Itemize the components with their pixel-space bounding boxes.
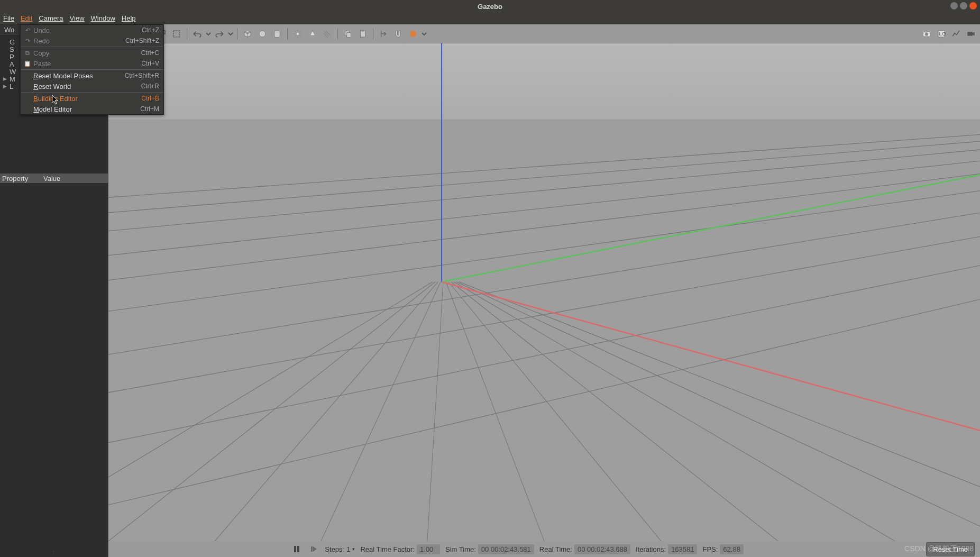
insert-dropdown[interactable] bbox=[421, 27, 427, 41]
value-column: Value bbox=[43, 175, 60, 182]
record-button[interactable] bbox=[964, 27, 978, 41]
iterations-value: 163581 bbox=[668, 544, 697, 554]
menu-edit[interactable]: Edit bbox=[21, 14, 32, 22]
svg-text:LOG: LOG bbox=[939, 31, 947, 36]
svg-rect-21 bbox=[347, 32, 351, 37]
menu-bar: File Edit Camera View Window Help bbox=[0, 13, 980, 24]
cylinder-tool[interactable] bbox=[270, 27, 284, 41]
point-light-tool[interactable] bbox=[291, 27, 305, 41]
svg-rect-32 bbox=[967, 32, 973, 36]
svg-rect-29 bbox=[925, 31, 927, 32]
menu-view[interactable]: View bbox=[70, 14, 85, 22]
svg-line-12 bbox=[295, 31, 296, 32]
panel-grip[interactable]: ⋮ bbox=[0, 547, 108, 557]
window-controls bbox=[950, 2, 977, 10]
svg-rect-56 bbox=[294, 546, 296, 552]
insert-tool[interactable] bbox=[406, 27, 420, 41]
svg-line-13 bbox=[299, 35, 300, 36]
redo-icon: ↷ bbox=[23, 38, 32, 44]
maximize-button[interactable] bbox=[960, 2, 967, 10]
svg-rect-22 bbox=[361, 31, 365, 37]
copy-button[interactable] bbox=[341, 27, 355, 41]
redo-dropdown[interactable] bbox=[227, 27, 234, 41]
minimize-button[interactable] bbox=[950, 2, 958, 10]
snap-tool[interactable] bbox=[377, 27, 390, 41]
menu-reset-world[interactable]: Reset World Ctrl+R bbox=[21, 81, 163, 92]
real-time-value: 00 00:02:43.688 bbox=[574, 544, 630, 554]
iterations-label: Iterations: bbox=[636, 545, 666, 553]
property-column: Property bbox=[2, 175, 43, 182]
copy-icon: ⧉ bbox=[23, 50, 32, 57]
menu-file[interactable]: File bbox=[3, 14, 14, 22]
menu-separator bbox=[21, 47, 163, 47]
menu-window[interactable]: Window bbox=[91, 14, 115, 22]
property-header: Property Value bbox=[0, 174, 108, 183]
menu-building-editor[interactable]: Building Editor Ctrl+B bbox=[21, 93, 163, 104]
sphere-tool[interactable] bbox=[255, 27, 269, 41]
screenshot-button[interactable] bbox=[920, 27, 933, 41]
menu-redo: ↷ Redo Ctrl+Shift+Z bbox=[21, 35, 163, 46]
main-toolbar: LOG bbox=[108, 24, 980, 43]
svg-rect-57 bbox=[297, 546, 299, 552]
menu-model-editor[interactable]: Model Editor Ctrl+M bbox=[21, 104, 163, 114]
menu-undo: ↶ Undo Ctrl+Z bbox=[21, 25, 163, 35]
spot-light-tool[interactable] bbox=[306, 27, 319, 41]
rtf-label: Real Time Factor: bbox=[360, 545, 415, 553]
3d-viewport[interactable] bbox=[108, 43, 980, 541]
svg-point-28 bbox=[925, 32, 928, 35]
real-time-label: Real Time: bbox=[539, 545, 572, 553]
undo-button[interactable] bbox=[190, 27, 204, 41]
close-button[interactable] bbox=[969, 2, 977, 10]
svg-point-16 bbox=[312, 30, 314, 31]
undo-icon: ↶ bbox=[23, 27, 32, 34]
undo-dropdown[interactable] bbox=[205, 27, 212, 41]
menu-help[interactable]: Help bbox=[122, 14, 136, 22]
box-tool[interactable] bbox=[241, 27, 254, 41]
svg-point-5 bbox=[259, 31, 265, 37]
log-button[interactable]: LOG bbox=[935, 27, 948, 41]
redo-button[interactable] bbox=[213, 27, 226, 41]
svg-rect-33 bbox=[108, 43, 980, 120]
magnet-tool[interactable] bbox=[391, 27, 405, 41]
menu-separator bbox=[21, 69, 163, 70]
sim-time-value: 00 00:02:43.581 bbox=[478, 544, 534, 554]
menu-copy: ⧉ Copy Ctrl+C bbox=[21, 48, 163, 58]
steps-label: Steps: bbox=[325, 545, 344, 553]
svg-point-7 bbox=[297, 32, 299, 35]
step-button[interactable] bbox=[308, 543, 319, 555]
tab-world[interactable]: Wo bbox=[4, 26, 14, 34]
fps-value: 62.88 bbox=[720, 544, 744, 554]
fps-label: FPS: bbox=[702, 545, 718, 553]
menu-reset-model-poses[interactable]: Reset Model Poses Ctrl+Shift+R bbox=[21, 70, 163, 81]
svg-line-19 bbox=[324, 33, 328, 38]
status-bar: Steps: 1▾ Real Time Factor: 1.00 Sim Tim… bbox=[108, 541, 980, 557]
svg-line-14 bbox=[295, 35, 296, 36]
edit-dropdown: ↶ Undo Ctrl+Z ↷ Redo Ctrl+Shift+Z ⧉ Copy… bbox=[20, 24, 164, 115]
steps-value[interactable]: 1 bbox=[346, 545, 350, 553]
window-title: Gazebo bbox=[478, 3, 502, 11]
directional-light-tool[interactable] bbox=[320, 27, 334, 41]
paste-button[interactable] bbox=[356, 27, 370, 41]
rtf-value: 1.00 bbox=[417, 544, 440, 554]
svg-rect-4 bbox=[173, 31, 180, 37]
selection-rect-tool[interactable] bbox=[170, 27, 184, 41]
reset-time-button[interactable]: Reset Time bbox=[926, 542, 975, 556]
svg-line-15 bbox=[299, 31, 300, 32]
pause-button[interactable] bbox=[291, 543, 303, 555]
svg-rect-26 bbox=[410, 31, 416, 36]
title-bar: Gazebo bbox=[0, 0, 980, 13]
paste-icon: 📋 bbox=[23, 60, 32, 67]
svg-line-17 bbox=[324, 31, 329, 36]
menu-paste: 📋 Paste Ctrl+V bbox=[21, 58, 163, 69]
property-panel bbox=[0, 183, 108, 547]
menu-separator bbox=[21, 92, 163, 93]
svg-rect-58 bbox=[311, 546, 313, 552]
menu-camera[interactable]: Camera bbox=[39, 14, 63, 22]
svg-line-18 bbox=[326, 31, 331, 35]
svg-rect-23 bbox=[362, 30, 364, 31]
sim-time-label: Sim Time: bbox=[445, 545, 476, 553]
plot-button[interactable] bbox=[949, 27, 963, 41]
